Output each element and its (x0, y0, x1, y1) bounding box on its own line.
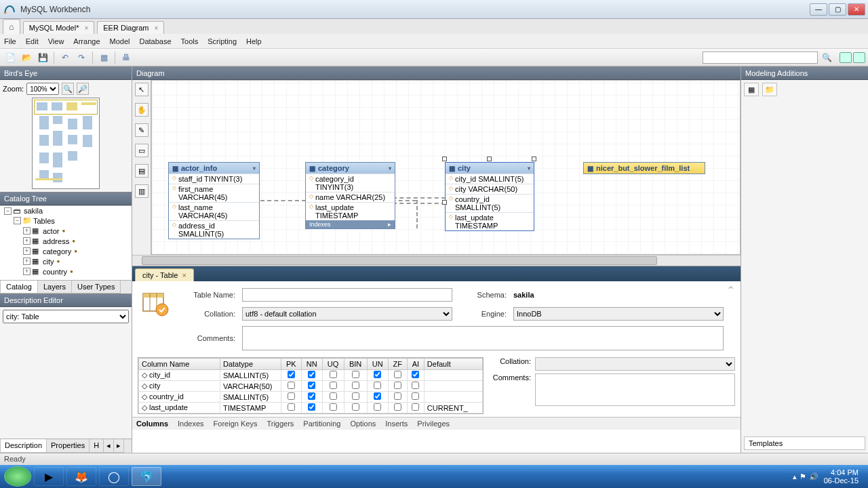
diagram-canvas[interactable]: actor_info▾ staff_id TINYINT(3) first_na… (151, 80, 741, 255)
birds-eye-view[interactable] (32, 98, 100, 189)
menu-model[interactable]: Model (110, 37, 130, 45)
tree-item-category[interactable]: +▦category● (0, 246, 132, 256)
tab-catalog[interactable]: Catalog (0, 281, 38, 293)
menu-arrange[interactable]: Arrange (73, 37, 100, 45)
zoom-in-icon[interactable]: 🔍 (62, 83, 74, 95)
expand-icon[interactable]: − (14, 217, 21, 224)
tree-item-country[interactable]: +▦country● (0, 266, 132, 277)
tab-scroll-left[interactable]: ◂ (103, 439, 114, 453)
eraser-tool[interactable]: ✎ (135, 123, 149, 137)
menu-tools[interactable]: Tools (181, 37, 199, 45)
tab-foreign-keys[interactable]: Foreign Keys (214, 420, 258, 428)
collapse-icon[interactable]: ⌃ (726, 284, 735, 297)
addition-tool-2[interactable]: 📁 (762, 83, 777, 96)
tab-home[interactable]: ⌂ (3, 19, 20, 34)
pointer-tool[interactable]: ↖ (135, 83, 149, 96)
tab-triggers[interactable]: Triggers (267, 420, 294, 428)
panel-toggle-2[interactable] (853, 52, 865, 63)
close-icon[interactable]: × (182, 271, 186, 279)
tab-layers[interactable]: Layers (37, 281, 72, 293)
addition-tool-1[interactable]: ▦ (744, 83, 759, 96)
tree-item-address[interactable]: +▦address● (0, 236, 132, 246)
column-row[interactable]: ◇ city_idSMALLINT(5) (139, 370, 483, 381)
collation-select[interactable]: utf8 - default collation (242, 307, 452, 321)
tab-indexes[interactable]: Indexes (178, 420, 204, 428)
menu-scripting[interactable]: Scripting (208, 37, 237, 45)
print-button[interactable]: 🖶 (119, 51, 134, 64)
tray-up-icon[interactable]: ▴ (793, 472, 797, 481)
table-name-input[interactable] (242, 288, 452, 302)
image-tool[interactable]: ▥ (135, 184, 149, 198)
templates-button[interactable]: Templates (744, 436, 865, 450)
grid-button[interactable]: ▦ (96, 51, 111, 64)
catalog-tree[interactable]: −🗃sakila −📁Tables +▦actor● +▦address● +▦… (0, 205, 132, 280)
tab-privileges[interactable]: Privileges (417, 420, 450, 428)
tab-user-types[interactable]: User Types (71, 281, 121, 293)
engine-select[interactable]: InnoDB (513, 307, 724, 321)
tab-description[interactable]: Description (0, 439, 47, 453)
tab-partitioning[interactable]: Partitioning (303, 420, 340, 428)
minimize-button[interactable]: — (810, 3, 827, 16)
start-button[interactable] (4, 466, 31, 487)
save-button[interactable]: 💾 (35, 51, 50, 64)
tab-mysql-model[interactable]: MySQL Model*× (23, 21, 94, 34)
tab-eer-diagram[interactable]: EER Diagram× (97, 21, 164, 34)
redo-button[interactable]: ↷ (74, 51, 89, 64)
expand-icon[interactable]: + (23, 247, 31, 255)
hand-tool[interactable]: ✋ (135, 103, 149, 117)
tab-scroll-right[interactable]: ▸ (113, 439, 124, 453)
menu-view[interactable]: View (48, 37, 64, 45)
table-icon: ▦ (32, 226, 41, 235)
new-file-button[interactable]: 📄 (3, 51, 18, 64)
layer-tool[interactable]: ▭ (135, 144, 149, 157)
table-category[interactable]: category▾ category_id TINYINT(3) name VA… (305, 162, 395, 229)
panel-toggle-1[interactable] (840, 52, 852, 63)
diagram-hscroll[interactable] (132, 255, 741, 266)
zoom-out-icon[interactable]: 🔎 (77, 83, 89, 95)
tray-network-icon[interactable]: 🔊 (809, 472, 818, 481)
table-actor-info[interactable]: actor_info▾ staff_id TINYINT(3) first_na… (168, 162, 260, 239)
tab-columns[interactable]: Columns (136, 420, 168, 428)
menu-file[interactable]: File (4, 37, 16, 45)
close-button[interactable]: ✕ (848, 3, 865, 16)
side-comments-input[interactable] (535, 373, 735, 406)
expand-icon[interactable]: + (23, 268, 31, 275)
comments-input[interactable] (242, 326, 724, 350)
tab-history[interactable]: H (89, 439, 104, 453)
menu-help[interactable]: Help (246, 37, 262, 45)
column-row[interactable]: ◇ last_updateTIMESTAMPCURRENT_ (139, 403, 483, 413)
taskbar-workbench[interactable]: 🐬 (132, 467, 161, 486)
maximize-button[interactable]: ▢ (829, 3, 846, 16)
editor-tab-city[interactable]: city - Table× (135, 268, 194, 281)
column-row[interactable]: ◇ cityVARCHAR(50) (139, 381, 483, 392)
expand-icon[interactable]: + (23, 237, 31, 245)
tab-inserts[interactable]: Inserts (385, 420, 408, 428)
taskbar-media-player[interactable]: ▶ (34, 467, 64, 486)
menu-database[interactable]: Database (139, 37, 171, 45)
column-row[interactable]: ◇ country_idSMALLINT(5) (139, 392, 483, 403)
side-collation-select[interactable] (535, 357, 735, 371)
close-icon[interactable]: × (84, 24, 88, 32)
table-nicer[interactable]: nicer_but_slower_film_list (583, 162, 705, 174)
tab-options[interactable]: Options (350, 420, 376, 428)
expand-icon[interactable]: + (23, 227, 31, 235)
taskbar-chrome[interactable]: ◯ (99, 467, 129, 486)
close-icon[interactable]: × (155, 24, 159, 32)
tree-item-city[interactable]: +▦city● (0, 256, 132, 266)
columns-grid[interactable]: Column Name Datatype PK NN UQ BIN UN ZF … (138, 357, 484, 414)
expand-icon[interactable]: + (23, 258, 31, 265)
menu-edit[interactable]: Edit (26, 37, 39, 45)
tree-item-actor[interactable]: +▦actor● (0, 226, 132, 236)
find-button[interactable]: 🔍 (819, 51, 834, 64)
taskbar-firefox[interactable]: 🦊 (66, 467, 96, 486)
note-tool[interactable]: ▤ (135, 164, 149, 178)
tab-properties[interactable]: Properties (46, 439, 90, 453)
undo-button[interactable]: ↶ (58, 51, 73, 64)
search-input[interactable] (703, 52, 818, 64)
description-select[interactable]: city: Table (3, 310, 129, 323)
tray-flag-icon[interactable]: ⚑ (800, 472, 806, 481)
zoom-select[interactable]: 100% (26, 83, 59, 95)
open-file-button[interactable]: 📂 (19, 51, 34, 64)
expand-icon[interactable]: − (4, 207, 12, 215)
table-city[interactable]: city▾ city_id SMALLINT(5) city VARCHAR(5… (445, 162, 534, 231)
